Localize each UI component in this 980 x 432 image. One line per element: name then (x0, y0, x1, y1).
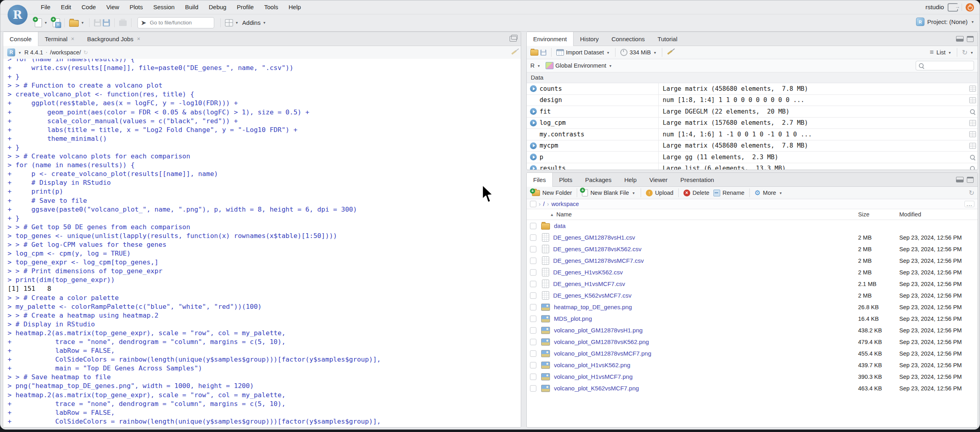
inspect-icon[interactable] (970, 109, 975, 114)
upload-button[interactable]: ↑ Upload (644, 190, 675, 196)
inspect-icon[interactable] (970, 166, 975, 170)
expand-arrow-icon[interactable] (530, 154, 537, 160)
file-name-link[interactable]: data (554, 222, 858, 229)
file-name-link[interactable]: volcano_plot_K562vsMCF7.png (554, 385, 858, 392)
language-selector[interactable]: R (530, 62, 534, 69)
close-tab-icon[interactable]: × (137, 36, 140, 42)
expand-arrow-icon[interactable] (530, 108, 537, 115)
file-row[interactable]: volcano_plot_GM12878vsK562.png 479.4 KB … (527, 336, 978, 348)
rename-button[interactable]: Rename (711, 190, 747, 196)
file-checkbox[interactable] (530, 292, 536, 299)
view-table-icon[interactable] (969, 97, 976, 103)
open-recent-dropdown-icon[interactable]: ▾ (82, 20, 84, 25)
panel-tab[interactable]: Console × (3, 32, 38, 46)
panel-tab[interactable]: Connections × (605, 32, 651, 46)
file-checkbox[interactable] (530, 362, 536, 368)
file-row[interactable]: DE_genes_GM12878vsMCF7.csv 2 MB Sep 23, … (527, 255, 978, 266)
addins-dropdown-icon[interactable]: ▾ (263, 20, 265, 25)
expand-arrow-icon[interactable] (530, 85, 537, 92)
panel-tab[interactable]: Files × (527, 173, 553, 187)
file-name-link[interactable]: MDS_plot.png (554, 315, 858, 322)
new-blank-file-button[interactable]: + New Blank File ▾ (580, 189, 638, 196)
quit-session-icon[interactable] (966, 3, 974, 12)
r-session-dropdown-icon[interactable]: ▾ (19, 50, 21, 55)
file-name-link[interactable]: volcano_plot_H1vsMCF7.png (554, 373, 858, 380)
panel-tab[interactable]: Viewer × (643, 173, 674, 186)
menu-item[interactable]: Build (180, 0, 203, 14)
more-button[interactable]: ⚙ More ▾ (753, 190, 785, 196)
file-name-link[interactable]: DE_genes_H1vsK562.csv (553, 269, 858, 276)
import-dropdown-icon[interactable]: ▾ (607, 50, 609, 55)
file-checkbox[interactable] (530, 269, 536, 276)
refresh-dropdown-icon[interactable]: ▾ (971, 50, 973, 55)
menu-item[interactable]: Tools (259, 0, 283, 14)
file-row[interactable]: data (527, 220, 978, 232)
minimize-pane-icon[interactable] (956, 36, 964, 42)
memory-usage-label[interactable]: 334 MiB (629, 49, 651, 56)
menu-item[interactable]: Profile (231, 0, 259, 14)
r-session-icon[interactable]: R (7, 48, 15, 56)
menu-item[interactable]: Help (283, 0, 306, 14)
addins-button[interactable]: Addins (242, 19, 261, 26)
panel-tab[interactable]: Background Jobs × (81, 32, 147, 46)
project-selector[interactable]: R Project: (None) ▾ (916, 18, 975, 26)
file-checkbox[interactable] (530, 304, 536, 310)
close-tab-icon[interactable]: × (71, 36, 74, 42)
menu-item[interactable]: Debug (203, 0, 231, 14)
file-checkbox[interactable] (530, 223, 536, 229)
file-checkbox[interactable] (530, 327, 536, 334)
file-checkbox[interactable] (530, 350, 536, 357)
file-checkbox[interactable] (530, 246, 536, 252)
file-name-link[interactable]: volcano_plot_H1vsK562.png (554, 362, 858, 368)
environment-row[interactable]: counts Large matrix (458680 elements, 7.… (527, 83, 978, 95)
clear-console-icon[interactable] (511, 50, 516, 55)
file-name-link[interactable]: volcano_plot_GM12878vsMCF7.png (554, 350, 858, 357)
refresh-icon[interactable]: ↻ (962, 48, 968, 57)
delete-button[interactable]: × Delete (681, 190, 711, 196)
column-header-name[interactable]: ▲ Name (550, 211, 858, 218)
console-output[interactable]: > for (name in names(results)) { + write… (3, 59, 521, 427)
panel-tab[interactable]: Environment × (527, 32, 574, 46)
environment-row[interactable]: my.contrasts num [1:4, 1:6] 1 -1 0 0 1 0… (527, 129, 978, 140)
list-dropdown-icon[interactable]: ▾ (949, 50, 951, 55)
file-checkbox[interactable] (530, 339, 536, 345)
panel-tab[interactable]: Terminal × (38, 32, 81, 46)
breadcrumb-more-button[interactable]: ... (964, 201, 974, 207)
maximize-pane-icon[interactable] (967, 177, 974, 183)
save-all-icon[interactable] (103, 19, 110, 26)
file-row[interactable]: DE_genes_H1vsMCF7.csv 2.1 MB Sep 23, 202… (527, 278, 978, 290)
file-checkbox[interactable] (530, 281, 536, 287)
file-checkbox[interactable] (530, 374, 536, 380)
goto-file-box[interactable]: ➤ (137, 17, 214, 28)
load-workspace-icon[interactable] (530, 50, 538, 56)
maximize-pane-icon[interactable] (510, 36, 517, 42)
save-workspace-icon[interactable] (540, 50, 546, 56)
file-row[interactable]: MDS_plot.png 16.4 KB Sep 23, 2024, 12:56… (527, 313, 978, 324)
more-dropdown-icon[interactable]: ▾ (780, 191, 782, 195)
file-checkbox[interactable] (530, 258, 536, 264)
expand-arrow-icon[interactable] (530, 120, 537, 126)
file-row[interactable]: DE_genes_H1vsK562.csv 2 MB Sep 23, 2024,… (527, 266, 978, 278)
environment-row[interactable]: design num [1:8, 1:4] 1 1 0 0 0 0 0 0 0 … (527, 95, 978, 106)
panes-dropdown-icon[interactable]: ▾ (236, 20, 238, 25)
working-directory-label[interactable]: /workspace/ (50, 49, 81, 56)
file-row[interactable]: DE_genes_GM12878vsK562.csv 2 MB Sep 23, … (527, 243, 978, 255)
panel-tab[interactable]: Packages × (579, 173, 618, 186)
panel-tab[interactable]: Plots × (553, 173, 579, 186)
file-name-link[interactable]: DE_genes_GM12878vsK562.csv (553, 246, 858, 252)
view-table-icon[interactable] (969, 131, 976, 137)
file-row[interactable]: DE_genes_K562vsMCF7.csv 2 MB Sep 23, 202… (527, 290, 978, 301)
menu-item[interactable]: Edit (56, 0, 76, 14)
file-name-link[interactable]: heatmap_top_DE_genes.png (554, 304, 858, 310)
memory-dropdown-icon[interactable]: ▾ (654, 50, 656, 55)
environment-search-box[interactable] (916, 61, 974, 70)
expand-arrow-icon[interactable] (530, 142, 537, 149)
maximize-pane-icon[interactable] (967, 36, 974, 42)
new-file-icon[interactable]: + (35, 18, 42, 27)
file-checkbox[interactable] (530, 385, 536, 392)
new-folder-button[interactable]: + New Folder (530, 190, 574, 196)
open-file-icon[interactable]: → (69, 20, 79, 27)
file-row[interactable]: volcano_plot_H1vsK562.png 439.7 KB Sep 2… (527, 359, 978, 371)
environment-row[interactable]: log_cpm Large matrix (157680 elements, 2… (527, 118, 978, 129)
view-table-icon[interactable] (969, 120, 976, 126)
